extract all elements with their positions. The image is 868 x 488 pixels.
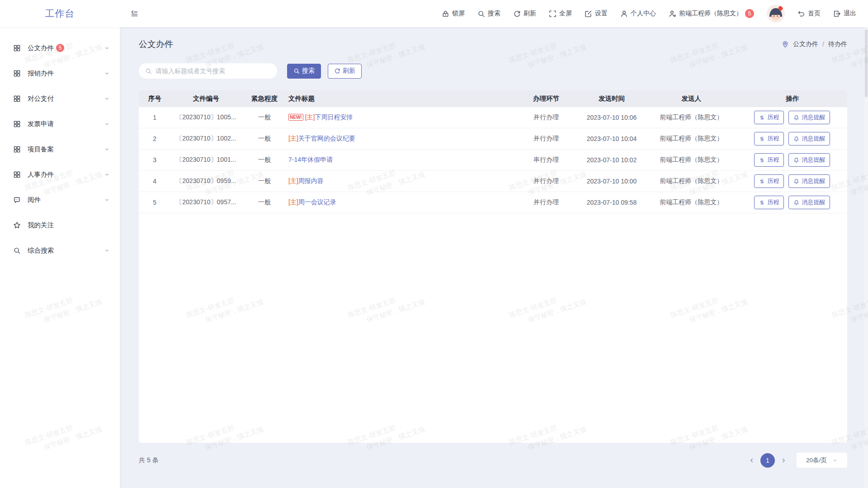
- sidebar-item-label: 阅件: [28, 196, 41, 204]
- header-action-label: 刷新: [524, 9, 536, 18]
- document-title-link[interactable]: [主]下周日程安排: [305, 113, 353, 121]
- cell-step: 并行办理: [514, 113, 578, 122]
- sidebar-item-project[interactable]: 项目备案: [0, 136, 120, 162]
- search-button[interactable]: 搜索: [287, 64, 321, 79]
- message-remind-button[interactable]: 消息提醒: [788, 132, 830, 145]
- action-button-label: 消息提醒: [802, 135, 825, 143]
- scrollbar-thumb[interactable]: [865, 29, 868, 97]
- cell-doc-no: 〔20230710〕1001...: [171, 156, 242, 164]
- header-action-label: 全屏: [559, 9, 572, 18]
- message-remind-button[interactable]: 消息提醒: [788, 111, 830, 124]
- sidebar-item-label: 报销办件: [28, 69, 54, 78]
- grid-icon: [13, 120, 21, 128]
- home-label: 首页: [808, 9, 821, 18]
- topbar-action-group: 锁屏搜索刷新全屏设置个人中心: [442, 9, 656, 18]
- document-title-link[interactable]: [主]周一会议记录: [288, 198, 336, 206]
- cell-step: 并行办理: [514, 177, 578, 185]
- column-header-actions: 操作: [737, 94, 847, 103]
- search-icon: [13, 247, 21, 254]
- chevron-down-icon: [104, 172, 110, 178]
- avatar[interactable]: [767, 5, 785, 23]
- lock-icon: [442, 10, 449, 18]
- header-action-search[interactable]: 搜索: [477, 9, 500, 18]
- page-size-select[interactable]: 20条/页: [797, 453, 847, 468]
- history-button[interactable]: 历程: [754, 196, 784, 209]
- message-remind-button[interactable]: 消息提醒: [788, 153, 830, 167]
- search-input[interactable]: [156, 67, 271, 75]
- chevron-down-icon: [104, 70, 110, 76]
- document-title-link[interactable]: [主]周报内容: [288, 177, 324, 184]
- header-action-settings[interactable]: 设置: [585, 9, 608, 18]
- refresh-button[interactable]: 刷新: [328, 64, 362, 79]
- sidebar-item-invoice[interactable]: 发票申请: [0, 111, 120, 136]
- sidebar-item-label: 综合搜索: [28, 246, 54, 255]
- current-user-name: 前端工程师（陈思文）: [679, 9, 742, 18]
- sidebar-item-reading[interactable]: 阅件: [0, 187, 120, 212]
- history-button[interactable]: 历程: [754, 132, 784, 145]
- sidebar-item-label: 公文办件: [28, 44, 54, 52]
- pagination: 1 20条/页: [747, 453, 847, 468]
- document-title-link[interactable]: [主]关于官网的会议纪要: [288, 135, 355, 142]
- page-number-1[interactable]: 1: [760, 453, 775, 468]
- cell-no: 3: [139, 156, 171, 164]
- sidebar-item-reimburse[interactable]: 报销办件: [0, 61, 120, 86]
- logout-button[interactable]: 退出: [833, 9, 856, 18]
- sidebar-item-label: 项目备案: [28, 145, 54, 154]
- action-button-label: 历程: [767, 177, 779, 185]
- sidebar-item-hr[interactable]: 人事办件: [0, 162, 120, 187]
- sidebar-item-docs[interactable]: 公文办件5: [0, 35, 120, 61]
- table-row: 4〔20230710〕0959...一般[主]周报内容并行办理2023-07-1…: [139, 171, 847, 192]
- cell-actions: 历程消息提醒: [737, 153, 847, 167]
- home-button[interactable]: 首页: [797, 9, 821, 18]
- column-header-doc-no: 文件编号: [171, 94, 242, 103]
- search-button-label: 搜索: [302, 67, 315, 75]
- search-input-wrapper: [139, 63, 277, 79]
- sidebar-item-payment[interactable]: 对公支付: [0, 86, 120, 111]
- breadcrumb-root[interactable]: 公文办件: [793, 40, 818, 48]
- breadcrumb: 公文办件 / 待办件: [782, 40, 847, 48]
- chevron-down-icon: [104, 45, 110, 51]
- message-remind-button[interactable]: 消息提醒: [788, 196, 830, 209]
- location-pin-icon: [782, 41, 789, 48]
- undo-icon: [797, 10, 805, 18]
- sidebar-item-follow[interactable]: 我的关注: [0, 212, 120, 238]
- fullscreen-icon: [549, 10, 557, 18]
- menu-fold-icon[interactable]: [131, 10, 138, 18]
- column-header-title: 文件标题: [288, 94, 514, 103]
- header-action-profile[interactable]: 个人中心: [620, 9, 656, 18]
- document-title-link[interactable]: 7-14年休假申请: [288, 156, 333, 163]
- doc-title-text: 周一会议记录: [298, 198, 336, 206]
- message-remind-button[interactable]: 消息提醒: [788, 174, 830, 188]
- cell-time: 2023-07-10 10:04: [578, 135, 645, 142]
- history-button[interactable]: 历程: [754, 111, 784, 124]
- user-message-badge: 5: [745, 9, 754, 18]
- sidebar-item-global-search[interactable]: 综合搜索: [0, 238, 120, 263]
- history-button[interactable]: 历程: [754, 174, 784, 188]
- table-row: 3〔20230710〕1001...一般7-14年休假申请串行办理2023-07…: [139, 150, 847, 171]
- cell-urgency: 一般: [241, 177, 288, 185]
- next-page-button[interactable]: [778, 455, 788, 465]
- message-icon: [13, 196, 21, 204]
- action-button-label: 消息提醒: [802, 198, 825, 206]
- cell-doc-no: 〔20230710〕0959...: [171, 177, 242, 185]
- column-header-urgency: 紧急程度: [241, 94, 288, 103]
- header-action-lock[interactable]: 锁屏: [442, 9, 465, 18]
- header-action-refresh[interactable]: 刷新: [513, 9, 536, 18]
- cell-step: 串行办理: [514, 156, 578, 164]
- cell-time: 2023-07-10 10:06: [578, 114, 645, 121]
- cell-title: [主]周一会议记录: [288, 198, 514, 206]
- sliders-icon: [759, 178, 765, 184]
- prev-page-button[interactable]: [747, 455, 757, 465]
- grid-icon: [13, 171, 21, 178]
- cell-no: 5: [139, 199, 171, 206]
- edit-icon: [585, 10, 592, 18]
- bell-icon: [793, 200, 799, 206]
- history-button[interactable]: 历程: [754, 153, 784, 167]
- header-action-fullscreen[interactable]: 全屏: [549, 9, 572, 18]
- logout-icon: [833, 10, 841, 18]
- bell-icon: [793, 157, 799, 163]
- current-user[interactable]: 前端工程师（陈思文） 5: [669, 9, 754, 18]
- sliders-icon: [759, 157, 765, 163]
- breadcrumb-separator: /: [822, 41, 824, 48]
- cell-time: 2023-07-10 09:58: [578, 199, 645, 206]
